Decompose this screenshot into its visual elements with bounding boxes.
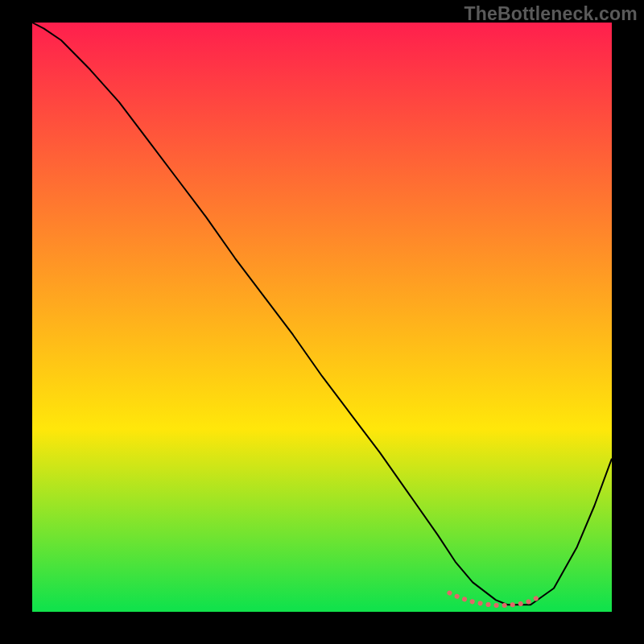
bottleneck-chart xyxy=(32,23,612,612)
watermark-text: TheBottleneck.com xyxy=(464,3,638,25)
chart-container: TheBottleneck.com xyxy=(0,0,644,644)
plot-area xyxy=(32,23,612,612)
gradient-background xyxy=(32,23,612,612)
